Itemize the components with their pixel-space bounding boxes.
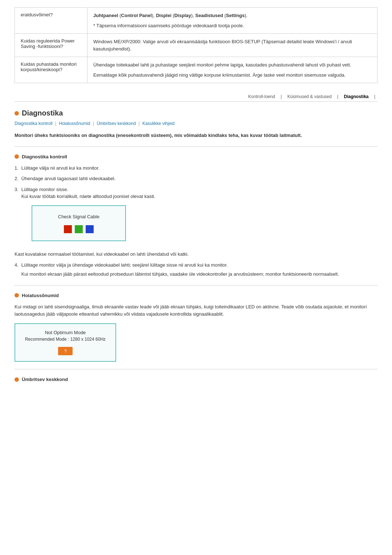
section-heading-label-2: Hoiatussõnumid [22,293,59,298]
section-heading-label: Diagnostika kontroll [22,154,67,159]
notopt-subtitle: Recommended Mode : 1280 x 1024 60Hz [21,337,110,342]
divider-2 [15,285,377,285]
intro-text: Monitori üheks funktsiooniks on diagnost… [15,132,377,139]
steps-list: 1. Lülitage välja nii arvuti kui ka moni… [15,165,377,247]
notopt-button[interactable]: ? [58,347,72,355]
after-box-text: Kast kuvatakse normaalsel töötamisel, ku… [15,251,377,258]
step-num: 1. [15,165,19,172]
nav-tabs: Kontroll-loend | Küsimused & vastused | … [15,94,377,102]
step-text: Ühendage arvuti tagaosast lahti videokaa… [21,175,115,182]
step-subtext: Kui kuvar töötab korralikult, näete allt… [21,193,155,200]
tab-kontroll-loend[interactable]: Kontroll-loend [248,94,275,99]
subnav-kasulikke-vihjeid[interactable]: Kasulikke vihjeid [142,121,175,126]
page-title: Diagnostika [22,109,63,117]
table-cell-label: eraldusvõimet? [15,8,87,34]
notopt-title: Not Optimum Mode [21,330,110,335]
signal-cable-box: Check Signal Cable [32,205,126,242]
table-row: Kuidas reguleerida Power Saving -funktsi… [15,34,377,57]
table-cell-content: Windows ME/XP/2000: Valige arvuti või ek… [87,34,377,57]
section-diagnostika-kontroll: Diagnostika kontroll 1. Lülitage välja n… [15,154,377,278]
step-num: 4. [15,262,19,278]
subnav-umbritsev-keskkond[interactable]: Ümbritsev keskkond [97,121,136,126]
list-item: 3. Lülitage monitor sisse. Kui kuvar töö… [15,186,377,247]
table-row: eraldusvõimet? Juhtpaneel (Control Panel… [15,8,377,34]
tab-kysimused-vastused[interactable]: Küsimused & vastused [287,94,332,99]
faq-table: eraldusvõimet? Juhtpaneel (Control Panel… [15,7,377,83]
step-num: 3. [15,186,19,247]
table-cell-content: Ühendage toitekaabel lahti ja puhastage … [87,57,377,83]
step-num: 2. [15,175,19,182]
orange-dot-icon [15,111,19,116]
section-heading-hoiatussõnumid: Hoiatussõnumid [15,293,377,298]
green-square [75,225,83,233]
step-text: Lülitage monitor välja ja ühendage video… [21,262,339,269]
list-item: 1. Lülitage välja nii arvuti kui ka moni… [15,165,377,172]
section-heading-diagnostika: Diagnostika kontroll [15,154,377,159]
section-hoiatussõnumid: Hoiatussõnumid Kui midagi on lahti sisen… [15,293,377,362]
blue-square [86,225,94,233]
list-item: 4. Lülitage monitor välja ja ühendage vi… [15,262,377,278]
section-umbritsev-keskkond: Ümbritsev keskkond [15,377,377,382]
page-title-row: Diagnostika [15,109,377,117]
subnav-diagnostika-kontroll[interactable]: Diagnostika kontroll [15,121,53,126]
warning-text: Kui midagi on lahti sisendsignaaliga, il… [15,303,377,319]
list-item: 2. Ühendage arvuti tagaosast lahti video… [15,175,377,182]
section-dot-icon [15,154,19,159]
tab-diagnostika[interactable]: Diagnostika [344,94,369,99]
table-cell-label: Kuidas reguleerida Power Saving -funktsi… [15,34,87,57]
divider-1 [15,146,377,147]
step-subtext: Kui monitori ekraan jääb pärast eeltoodu… [21,271,339,278]
table-cell-content: Juhtpaneel (Control Panel), Displei (Dis… [87,8,377,34]
table-row: Kuidas puhastada monitori korpust/kinesk… [15,57,377,83]
section-heading-label-3: Ümbritsev keskkond [22,377,68,382]
step-text: Lülitage monitor sisse. [21,186,155,193]
step4-list: 4. Lülitage monitor välja ja ühendage vi… [15,262,377,278]
table-cell-label: Kuidas puhastada monitori korpust/kinesk… [15,57,87,83]
divider-3 [15,369,377,369]
section-dot-icon-2 [15,293,19,297]
section-dot-icon-3 [15,377,19,382]
subnav-hoiatussõnumid[interactable]: Hoiatussõnumid [59,121,90,126]
step-text: Lülitage välja nii arvuti kui ka monitor… [21,165,99,172]
section-heading-umbritsev: Ümbritsev keskkond [15,377,377,382]
notopt-box: Not Optimum Mode Recommended Mode : 1280… [15,323,116,362]
signal-box-title: Check Signal Cable [38,213,119,220]
red-square [64,225,72,233]
sub-nav: Diagnostika kontroll | Hoiatussõnumid | … [15,121,377,126]
color-squares [38,225,119,233]
